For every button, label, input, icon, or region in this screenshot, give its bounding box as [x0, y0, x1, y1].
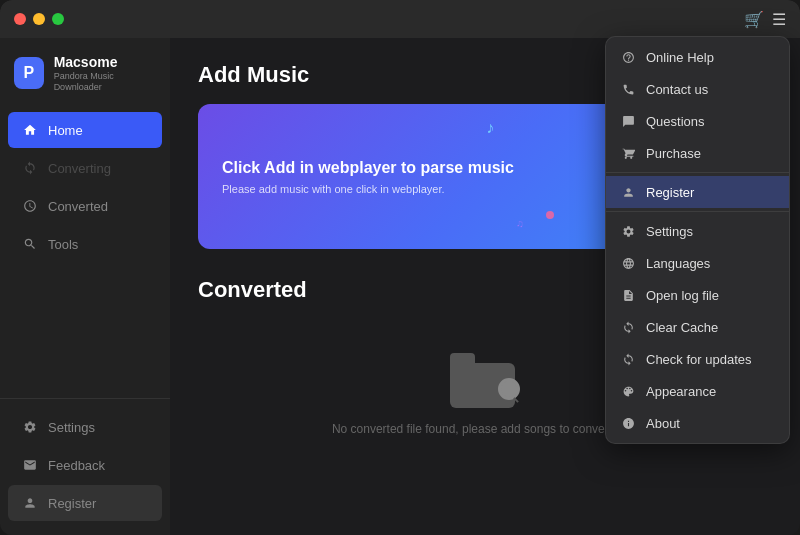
tools-label: Tools	[48, 237, 78, 252]
menu-item-open-log[interactable]: Open log file	[606, 279, 789, 311]
sidebar: P Macsome Pandora Music Downloader Home	[0, 38, 170, 535]
sidebar-item-converting: Converting	[8, 150, 162, 186]
sidebar-item-converted[interactable]: Converted	[8, 188, 162, 224]
register-icon	[22, 495, 38, 511]
contact-us-label: Contact us	[646, 82, 708, 97]
feedback-label: Feedback	[48, 458, 105, 473]
maximize-button[interactable]	[52, 13, 64, 25]
sidebar-logo: P Macsome Pandora Music Downloader	[0, 38, 170, 106]
menu-item-questions[interactable]: Questions	[606, 105, 789, 137]
check-updates-icon	[620, 351, 636, 367]
home-label: Home	[48, 123, 83, 138]
banner-title: Click Add in webplayer to parse music	[222, 159, 514, 177]
tools-icon	[22, 236, 38, 252]
banner-text: Click Add in webplayer to parse music Pl…	[222, 159, 514, 195]
traffic-lights	[14, 13, 64, 25]
sidebar-item-register[interactable]: Register	[8, 485, 162, 521]
questions-label: Questions	[646, 114, 705, 129]
menu-divider-1	[606, 172, 789, 173]
sidebar-nav: Home Converting Converted	[0, 106, 170, 398]
converting-icon	[22, 160, 38, 176]
questions-icon	[620, 113, 636, 129]
appearance-label: Appearance	[646, 384, 716, 399]
logo-icon: P	[14, 57, 44, 89]
purchase-icon	[620, 145, 636, 161]
menu-item-online-help[interactable]: Online Help	[606, 41, 789, 73]
dropdown-menu: Online Help Contact us Questions Purchas…	[605, 36, 790, 444]
converted-icon	[22, 198, 38, 214]
converting-label: Converting	[48, 161, 111, 176]
music-note-2: ♫	[516, 218, 524, 229]
check-updates-label: Check for updates	[646, 352, 752, 367]
menu-item-purchase[interactable]: Purchase	[606, 137, 789, 169]
sidebar-item-feedback[interactable]: Feedback	[8, 447, 162, 483]
settings-menu-icon	[620, 223, 636, 239]
clear-cache-icon	[620, 319, 636, 335]
menu-item-about[interactable]: About	[606, 407, 789, 439]
minimize-button[interactable]	[33, 13, 45, 25]
menu-item-clear-cache[interactable]: Clear Cache	[606, 311, 789, 343]
menu-item-languages[interactable]: Languages	[606, 247, 789, 279]
empty-folder-icon	[450, 353, 520, 408]
languages-icon	[620, 255, 636, 271]
menu-item-check-updates[interactable]: Check for updates	[606, 343, 789, 375]
contact-icon	[620, 81, 636, 97]
empty-state-text: No converted file found, please add song…	[332, 422, 638, 436]
register-menu-label: Register	[646, 185, 694, 200]
languages-label: Languages	[646, 256, 710, 271]
open-log-label: Open log file	[646, 288, 719, 303]
register-label: Register	[48, 496, 96, 511]
logo-text: Macsome Pandora Music Downloader	[54, 54, 156, 92]
menu-item-register[interactable]: Register	[606, 176, 789, 208]
menu-item-contact-us[interactable]: Contact us	[606, 73, 789, 105]
settings-icon	[22, 419, 38, 435]
online-help-icon	[620, 49, 636, 65]
online-help-label: Online Help	[646, 50, 714, 65]
close-button[interactable]	[14, 13, 26, 25]
sidebar-item-settings[interactable]: Settings	[8, 409, 162, 445]
appearance-icon	[620, 383, 636, 399]
settings-label: Settings	[48, 420, 95, 435]
bubble-dot	[546, 211, 554, 219]
top-bar-icons: 🛒 ☰	[744, 10, 786, 29]
folder-body	[450, 363, 515, 408]
menu-divider-2	[606, 211, 789, 212]
log-file-icon	[620, 287, 636, 303]
clear-cache-label: Clear Cache	[646, 320, 718, 335]
register-menu-icon	[620, 184, 636, 200]
music-note-1: ♪	[486, 119, 494, 137]
title-bar: 🛒 ☰	[0, 0, 800, 38]
converted-label: Converted	[48, 199, 108, 214]
banner-subtitle: Please add music with one click in webpl…	[222, 183, 514, 195]
sidebar-item-tools[interactable]: Tools	[8, 226, 162, 262]
app-subtitle: Pandora Music Downloader	[54, 71, 156, 93]
folder-tab	[450, 353, 475, 363]
cart-icon[interactable]: 🛒	[744, 10, 764, 29]
app-name: Macsome	[54, 54, 156, 71]
sidebar-item-home[interactable]: Home	[8, 112, 162, 148]
sidebar-bottom: Settings Feedback Register	[0, 398, 170, 535]
converted-title: Converted	[198, 277, 307, 303]
menu-item-appearance[interactable]: Appearance	[606, 375, 789, 407]
menu-icon[interactable]: ☰	[772, 10, 786, 29]
feedback-icon	[22, 457, 38, 473]
about-label: About	[646, 416, 680, 431]
settings-menu-label: Settings	[646, 224, 693, 239]
about-icon	[620, 415, 636, 431]
purchase-label: Purchase	[646, 146, 701, 161]
menu-item-settings[interactable]: Settings	[606, 215, 789, 247]
home-icon	[22, 122, 38, 138]
folder-search-icon	[498, 378, 520, 400]
